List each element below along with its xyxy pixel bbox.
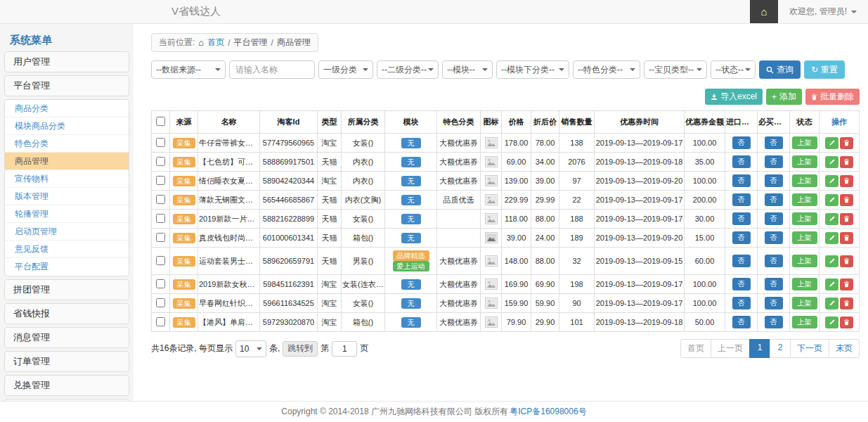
filter-status-select[interactable]: --状态-- xyxy=(711,60,756,79)
sidebar-item-exchange-mgmt[interactable]: 兑换管理 xyxy=(4,375,129,396)
filter-category2-select[interactable]: --二级分类-- xyxy=(377,60,439,79)
sidebar-item-feedback[interactable]: 意见反馈 xyxy=(5,241,129,258)
mustbuy-toggle-button[interactable]: 否 xyxy=(765,316,783,328)
delete-button[interactable] xyxy=(840,213,853,225)
edit-button[interactable] xyxy=(825,156,838,168)
imported-toggle-button[interactable]: 否 xyxy=(732,193,751,206)
mustbuy-toggle-button[interactable]: 否 xyxy=(765,278,783,290)
edit-button[interactable] xyxy=(825,194,838,206)
row-checkbox[interactable] xyxy=(156,138,165,147)
status-button[interactable]: 上架 xyxy=(792,231,817,244)
mustbuy-toggle-button[interactable]: 否 xyxy=(765,174,783,187)
filter-module-sub-select[interactable]: --模块下分类-- xyxy=(496,60,569,79)
reset-button[interactable]: ↻ 重置 xyxy=(804,60,845,79)
breadcrumb-home-link[interactable]: 首页 xyxy=(207,37,224,49)
status-button[interactable]: 上架 xyxy=(792,212,817,225)
mustbuy-toggle-button[interactable]: 否 xyxy=(765,155,783,168)
row-checkbox[interactable] xyxy=(156,298,165,307)
page-number-input[interactable] xyxy=(332,341,357,357)
sidebar-item-product-category[interactable]: 商品分类 xyxy=(5,100,129,117)
mustbuy-toggle-button[interactable]: 否 xyxy=(765,231,783,244)
imported-toggle-button[interactable]: 否 xyxy=(732,278,751,290)
filter-item-type-select[interactable]: --宝贝类型-- xyxy=(644,60,707,79)
sidebar-item-message-mgmt[interactable]: 消息管理 xyxy=(4,327,129,348)
edit-button[interactable] xyxy=(825,279,838,290)
delete-button[interactable] xyxy=(840,255,853,267)
import-excel-button[interactable]: 导入excel xyxy=(705,89,763,105)
imported-toggle-button[interactable]: 否 xyxy=(732,174,751,187)
delete-button[interactable] xyxy=(840,316,853,328)
edit-button[interactable] xyxy=(825,213,838,225)
select-all-checkbox[interactable] xyxy=(156,117,165,126)
sidebar-item-promo-material[interactable]: 宣传物料 xyxy=(5,170,129,188)
mustbuy-toggle-button[interactable]: 否 xyxy=(765,193,783,206)
delete-button[interactable] xyxy=(840,232,853,244)
imported-toggle-button[interactable]: 否 xyxy=(732,155,751,168)
mustbuy-toggle-button[interactable]: 否 xyxy=(765,297,783,309)
edit-button[interactable] xyxy=(825,298,838,309)
status-button[interactable]: 上架 xyxy=(792,255,817,267)
filter-category1-select[interactable]: 一级分类 xyxy=(318,60,373,79)
status-button[interactable]: 上架 xyxy=(792,136,817,149)
page-size-select[interactable]: 10 xyxy=(235,340,266,357)
edit-button[interactable] xyxy=(825,175,838,187)
status-button[interactable]: 上架 xyxy=(792,174,817,187)
edit-button[interactable] xyxy=(825,137,838,149)
row-checkbox[interactable] xyxy=(156,317,165,326)
filter-module-select[interactable]: --模块-- xyxy=(442,60,493,79)
sidebar-item-groupbuy-mgmt[interactable]: 拼团管理 xyxy=(4,279,129,300)
imported-toggle-button[interactable]: 否 xyxy=(732,136,751,149)
edit-button[interactable] xyxy=(825,232,838,244)
imported-toggle-button[interactable]: 否 xyxy=(732,297,751,309)
sidebar-item-feature-category[interactable]: 特色分类 xyxy=(5,135,129,153)
row-checkbox[interactable] xyxy=(156,214,165,223)
sidebar-item-platform-mgmt[interactable]: 平台管理 xyxy=(4,75,129,96)
delete-button[interactable] xyxy=(840,298,853,309)
delete-button[interactable] xyxy=(840,279,853,290)
row-checkbox[interactable] xyxy=(156,157,165,166)
page-1-button[interactable]: 1 xyxy=(749,339,770,358)
sidebar-item-platform-config[interactable]: 平台配置 xyxy=(5,258,129,276)
filter-data-source-select[interactable]: --数据来源-- xyxy=(151,60,226,79)
row-checkbox[interactable] xyxy=(156,256,165,265)
edit-button[interactable] xyxy=(825,316,838,328)
batch-delete-button[interactable]: 批量删除 xyxy=(805,89,860,105)
delete-button[interactable] xyxy=(840,156,853,168)
delete-button[interactable] xyxy=(840,175,853,187)
imported-toggle-button[interactable]: 否 xyxy=(732,212,751,225)
imported-toggle-button[interactable]: 否 xyxy=(732,316,751,328)
sidebar-item-carousel-mgmt[interactable]: 轮播管理 xyxy=(5,205,129,223)
sidebar-item-saving-news[interactable]: 省钱快报 xyxy=(4,303,129,324)
jump-button[interactable]: 跳转到 xyxy=(283,341,318,357)
edit-button[interactable] xyxy=(825,255,838,267)
mustbuy-toggle-button[interactable]: 否 xyxy=(765,255,783,267)
row-checkbox[interactable] xyxy=(156,195,165,204)
prev-page-button[interactable]: 上一页 xyxy=(711,339,750,358)
page-2-button[interactable]: 2 xyxy=(770,339,791,358)
sidebar-item-version-mgmt[interactable]: 版本管理 xyxy=(5,188,129,205)
filter-name-input[interactable] xyxy=(229,60,315,79)
sidebar-item-splash-mgmt[interactable]: 启动页管理 xyxy=(5,223,129,241)
sidebar-item-product-mgmt[interactable]: 商品管理 xyxy=(5,153,129,170)
row-checkbox[interactable] xyxy=(156,279,165,288)
sidebar-item-user-mgmt[interactable]: 用户管理 xyxy=(4,51,129,72)
status-button[interactable]: 上架 xyxy=(792,193,817,206)
icp-link[interactable]: 粤ICP备16098006号 xyxy=(510,406,586,418)
mustbuy-toggle-button[interactable]: 否 xyxy=(765,212,783,225)
status-button[interactable]: 上架 xyxy=(792,297,817,309)
mustbuy-toggle-button[interactable]: 否 xyxy=(765,136,783,149)
add-button[interactable]: + 添加 xyxy=(766,89,802,105)
sidebar-item-order-mgmt[interactable]: 订单管理 xyxy=(4,351,129,372)
next-page-button[interactable]: 下一页 xyxy=(790,339,829,358)
delete-button[interactable] xyxy=(840,137,853,149)
first-page-button[interactable]: 首页 xyxy=(680,339,711,358)
status-button[interactable]: 上架 xyxy=(792,316,817,328)
sidebar-item-module-product-category[interactable]: 模块商品分类 xyxy=(5,117,129,135)
delete-button[interactable] xyxy=(840,194,853,206)
user-menu[interactable]: 欢迎您, 管理员! xyxy=(778,0,868,23)
row-checkbox[interactable] xyxy=(156,233,165,242)
imported-toggle-button[interactable]: 否 xyxy=(732,255,751,267)
home-button[interactable]: ⌂ xyxy=(750,0,778,23)
search-button[interactable]: 查询 xyxy=(759,60,801,79)
imported-toggle-button[interactable]: 否 xyxy=(732,231,751,244)
